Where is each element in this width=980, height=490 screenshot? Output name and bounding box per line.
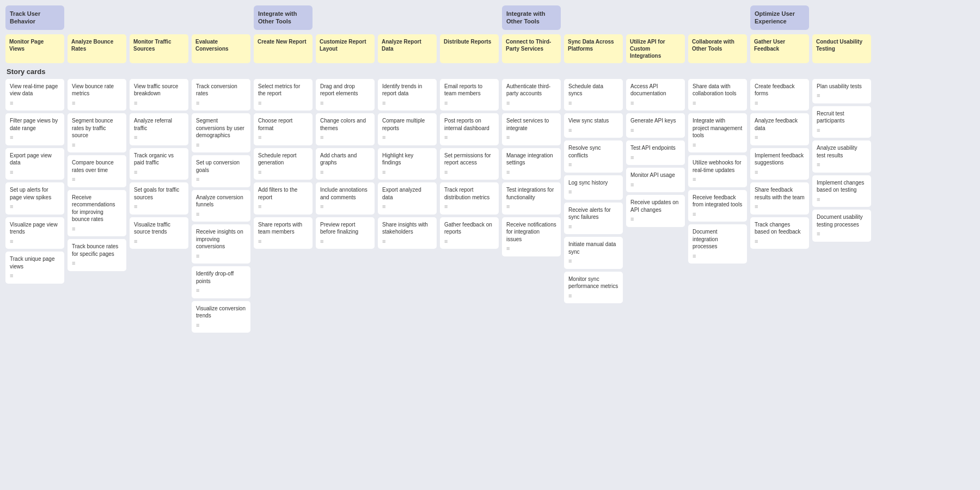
story-card[interactable]: Track changes based on feedback ≡ — [750, 217, 809, 249]
story-card[interactable]: Receive feedback from integrated tools ≡ — [688, 190, 747, 222]
story-card[interactable]: Export analyzed data ≡ — [378, 182, 437, 215]
story-card[interactable]: Recruit test participants ≡ — [812, 106, 871, 138]
story-card[interactable]: Segment bounce rates by traffic source ≡ — [68, 113, 126, 152]
story-card[interactable]: Track conversion rates ≡ — [192, 79, 250, 111]
epic-optimize[interactable]: Optimize User Experience — [750, 5, 809, 30]
story-card[interactable]: Create feedback forms ≡ — [750, 79, 809, 111]
story-card[interactable]: Receive recommendations for improving bo… — [68, 190, 126, 237]
story-card[interactable]: Set up alerts for page view spikes ≡ — [5, 182, 64, 215]
story-card[interactable]: Set goals for traffic sources ≡ — [130, 182, 188, 215]
story-card[interactable]: Schedule report generation ≡ — [254, 148, 313, 180]
story-card[interactable]: Visualize page view trends ≡ — [5, 217, 64, 249]
story-card[interactable]: Track unique page views ≡ — [5, 252, 64, 284]
story-card[interactable]: Set permissions for report access ≡ — [440, 148, 499, 180]
story-card[interactable]: Schedule data syncs ≡ — [564, 79, 623, 111]
story-card[interactable]: Select services to integrate ≡ — [502, 113, 561, 145]
story-card[interactable]: View real-time page view data ≡ — [5, 79, 64, 111]
feature-distribute-reports[interactable]: Distribute Reports — [440, 34, 499, 63]
menu-icon: ≡ — [444, 203, 448, 210]
feature-monitor-page-views[interactable]: Monitor Page Views — [5, 34, 64, 63]
story-card[interactable]: Share reports with team members ≡ — [254, 217, 313, 249]
story-card[interactable]: Share data with collaboration tools ≡ — [688, 79, 747, 111]
feature-utilize-api[interactable]: Utilize API for Custom Integrations — [626, 34, 685, 63]
story-card[interactable]: Integrate with project management tools … — [688, 113, 747, 152]
story-card[interactable]: View bounce rate metrics ≡ — [68, 79, 126, 111]
story-card[interactable]: Document integration processes ≡ — [688, 224, 747, 264]
story-card[interactable]: Access API documentation ≡ — [626, 79, 685, 111]
story-card[interactable]: View traffic source breakdown ≡ — [130, 79, 188, 111]
story-card[interactable]: Implement feedback suggestions ≡ — [750, 148, 809, 180]
feature-evaluate-conversions[interactable]: Evaluate Conversions — [192, 34, 250, 63]
story-card[interactable]: Change colors and themes ≡ — [316, 113, 375, 145]
story-card[interactable]: Utilize webhooks for real-time updates ≡ — [688, 155, 747, 187]
story-card[interactable]: Implement changes based on testing ≡ — [812, 175, 871, 207]
story-card[interactable]: Highlight key findings ≡ — [378, 148, 437, 180]
story-card[interactable]: Track organic vs paid traffic ≡ — [130, 148, 188, 180]
story-card[interactable]: Monitor API usage ≡ — [626, 168, 685, 192]
feature-monitor-traffic[interactable]: Monitor Traffic Sources — [130, 34, 188, 63]
feature-analyze-data[interactable]: Analyze Report Data — [378, 34, 437, 63]
feature-customize-layout[interactable]: Customize Report Layout — [316, 34, 375, 63]
feature-collaborate-tools[interactable]: Collaborate with Other Tools — [688, 34, 747, 63]
story-card[interactable]: Add charts and graphs ≡ — [316, 148, 375, 180]
story-card[interactable]: Receive alerts for sync failures ≡ — [564, 203, 623, 235]
story-card[interactable]: Export page view data ≡ — [5, 148, 64, 180]
feature-connect-third-party[interactable]: Connect to Third-Party Services — [502, 34, 561, 63]
story-card[interactable]: Test API endpoints ≡ — [626, 140, 685, 165]
story-card[interactable]: Track report distribution metrics ≡ — [440, 182, 499, 215]
feature-usability-testing[interactable]: Conduct Usability Testing — [812, 34, 871, 63]
feature-create-report[interactable]: Create New Report — [254, 34, 313, 63]
story-card[interactable]: Preview report before finalizing ≡ — [316, 217, 375, 249]
story-card[interactable]: Identify trends in report data ≡ — [378, 79, 437, 111]
story-card[interactable]: Receive notifications for integration is… — [502, 217, 561, 256]
epic-integrate[interactable]: Integrate with Other Tools — [502, 5, 561, 30]
feature-gather-feedback[interactable]: Gather User Feedback — [750, 34, 809, 63]
story-card[interactable]: Resolve sync conflicts ≡ — [564, 140, 623, 173]
story-card[interactable]: Plan usability tests ≡ — [812, 79, 871, 103]
feature-analyze-bounce[interactable]: Analyze Bounce Rates — [68, 34, 126, 63]
story-card[interactable]: Manage integration settings ≡ — [502, 148, 561, 180]
story-card[interactable]: Post reports on internal dashboard ≡ — [440, 113, 499, 145]
story-card[interactable]: Select metrics for the report ≡ — [254, 79, 313, 111]
story-card[interactable]: Add filters to the report ≡ — [254, 182, 313, 215]
story-card[interactable]: Identify drop-off points ≡ — [192, 266, 250, 298]
story-card[interactable]: Receive insights on improving conversion… — [192, 224, 250, 264]
story-card[interactable]: Share feedback results with the team ≡ — [750, 182, 809, 215]
story-card[interactable]: Set up conversion goals ≡ — [192, 155, 250, 187]
story-card[interactable]: Share insights with stakeholders ≡ — [378, 217, 437, 249]
story-card[interactable]: Initiate manual data sync ≡ — [564, 237, 623, 269]
story-card[interactable]: Email reports to team members ≡ — [440, 79, 499, 111]
feature-label: Sync Data Across Platforms — [568, 39, 614, 52]
story-card[interactable]: Generate API keys ≡ — [626, 113, 685, 138]
story-card[interactable]: Gather feedback on reports ≡ — [440, 217, 499, 249]
story-card[interactable]: Test integrations for functionality ≡ — [502, 182, 561, 215]
epic-track-user[interactable]: Track User Behavior — [5, 5, 64, 30]
menu-icon: ≡ — [630, 127, 634, 133]
story-card[interactable]: Segment conversions by user demographics… — [192, 113, 250, 152]
story-card[interactable]: Log sync history ≡ — [564, 175, 623, 200]
story-card[interactable]: Analyze usability test results ≡ — [812, 140, 871, 173]
story-card[interactable]: Track bounce rates for specific pages ≡ — [68, 239, 126, 271]
story-card[interactable]: Analyze feedback data ≡ — [750, 113, 809, 145]
story-card[interactable]: Filter page views by date range ≡ — [5, 113, 64, 145]
story-card[interactable]: Analyze referral traffic ≡ — [130, 113, 188, 145]
story-card[interactable]: Visualize conversion trends ≡ — [192, 301, 250, 333]
story-card[interactable]: Drag and drop report elements ≡ — [316, 79, 375, 111]
story-card[interactable]: Compare multiple reports ≡ — [378, 113, 437, 145]
story-text: Choose report format — [258, 117, 308, 132]
story-text: Analyze conversion funnels — [196, 194, 246, 209]
story-card[interactable]: Monitor sync performance metrics ≡ — [564, 272, 623, 304]
story-card[interactable]: Document usability testing processes ≡ — [812, 210, 871, 242]
story-card[interactable]: Analyze conversion funnels ≡ — [192, 190, 250, 222]
feature-label: Distribute Reports — [444, 39, 491, 45]
story-card[interactable]: Visualize traffic source trends ≡ — [130, 217, 188, 249]
story-card[interactable]: Authenticate third-party accounts ≡ — [502, 79, 561, 111]
feature-sync-data[interactable]: Sync Data Across Platforms — [564, 34, 623, 63]
story-card[interactable]: Receive updates on API changes ≡ — [626, 195, 685, 227]
story-card[interactable]: Choose report format ≡ — [254, 113, 313, 145]
story-card[interactable]: Compare bounce rates over time ≡ — [68, 155, 126, 187]
story-card[interactable]: Include annotations and comments ≡ — [316, 182, 375, 215]
epic-generate-custom[interactable]: Integrate with Other Tools — [254, 5, 313, 30]
menu-icon: ≡ — [258, 238, 261, 244]
story-card[interactable]: View sync status ≡ — [564, 113, 623, 138]
